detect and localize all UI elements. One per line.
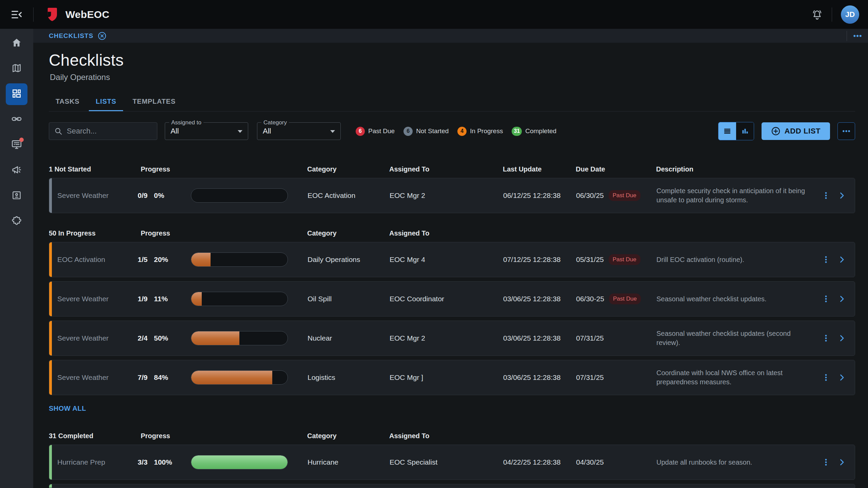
close-circle-icon[interactable] [97, 31, 107, 41]
sidebar-item-message-center[interactable] [6, 134, 27, 156]
row-status-accent [49, 445, 52, 480]
category-select[interactable]: Category All [257, 122, 341, 140]
section-header: 31 CompletedProgressCategoryAssigned To [49, 432, 855, 440]
checklist-row[interactable]: Severe Weather2/450%NuclearEOC Mgr 203/0… [49, 321, 855, 356]
column-header-progress: Progress [141, 432, 307, 440]
sidebar-item-maps[interactable] [6, 58, 27, 80]
row-category: Daily Operations [308, 256, 390, 264]
collapse-menu-icon[interactable] [10, 8, 23, 21]
list-view-button[interactable] [718, 122, 736, 140]
row-kebab-menu-icon[interactable] [817, 373, 834, 382]
row-description: Seasonal weather checklist updates. [656, 294, 809, 304]
row-status-accent [49, 360, 52, 395]
row-progress-percent: 50% [154, 334, 191, 342]
row-kebab-menu-icon[interactable] [817, 191, 834, 200]
row-last-update: 04/22/25 12:28:38 [503, 458, 576, 466]
row-open-chevron-icon[interactable] [834, 294, 849, 304]
tab-templates[interactable]: TEMPLATES [126, 94, 182, 111]
row-status-accent [49, 242, 52, 277]
row-kebab-menu-icon[interactable] [817, 255, 834, 264]
column-header-progress: Progress [141, 229, 307, 237]
row-due-date: 07/31/25 [576, 373, 604, 382]
row-due-date-cell: 04/30/25 [576, 458, 656, 466]
checklist-row[interactable]: Severe Weather7/984%LogisticsEOC Mgr ]03… [49, 360, 855, 395]
search-box[interactable] [49, 122, 157, 140]
column-header-category: Category [307, 432, 389, 440]
sidebar-item-links[interactable] [6, 109, 27, 130]
webeoc-app: WebEOC JD [0, 0, 868, 488]
row-assigned-to: EOC Mgr ] [390, 373, 503, 382]
row-description: Seasonal weather checklist updates (seco… [656, 329, 809, 347]
contacts-badge-icon [11, 190, 22, 202]
show-all-link[interactable]: SHOW ALL [49, 405, 86, 412]
row-status-accent [49, 321, 52, 355]
progress-bar-track [191, 331, 288, 345]
row-description: Update all runbooks for season. [656, 458, 809, 467]
list-view-icon [723, 127, 731, 135]
row-kebab-menu-icon[interactable] [817, 334, 834, 343]
row-assigned-to: EOC Specialist [390, 458, 503, 466]
assigned-to-select[interactable]: Assigned to All [165, 122, 248, 140]
row-open-chevron-icon[interactable] [834, 373, 849, 382]
link-icon [11, 113, 22, 126]
status-count-badge: 4 [457, 127, 467, 136]
section-title: 1 Not Started [49, 165, 141, 173]
sidebar-item-plugins[interactable] [6, 210, 27, 232]
row-due-date-cell: 07/31/25 [576, 373, 656, 382]
past-due-badge: Past Due [609, 190, 640, 201]
notifications-bell-icon[interactable] [811, 9, 823, 20]
tab-tasks[interactable]: TASKS [49, 94, 86, 111]
column-header-assigned-to: Assigned To [389, 165, 503, 173]
user-avatar[interactable]: JD [841, 5, 859, 24]
row-category: Hurricane [308, 458, 390, 466]
row-category: Oil Spill [308, 295, 390, 303]
row-progress-fraction: 1/5 [138, 256, 154, 264]
row-kebab-menu-icon[interactable] [817, 458, 834, 467]
row-kebab-menu-icon[interactable] [817, 294, 834, 303]
progress-bar-fill [191, 331, 239, 345]
row-progress-bar-wrap [191, 252, 308, 267]
row-category: Nuclear [308, 334, 390, 342]
map-icon [11, 63, 22, 75]
checklist-row[interactable]: Severe Weather1/911%Oil SpillEOC Coordin… [49, 281, 855, 317]
row-name: Severe Weather [57, 295, 138, 303]
strip-divider [847, 31, 847, 41]
checklist-row[interactable]: EOC Activation1/520%Daily OperationsEOC … [49, 242, 855, 277]
chart-view-button[interactable] [736, 122, 754, 140]
row-open-chevron-icon[interactable] [834, 458, 849, 467]
sidebar-item-home[interactable] [6, 33, 27, 54]
search-input[interactable] [67, 127, 148, 136]
tab-bar: TASKS LISTS TEMPLATES [49, 94, 855, 111]
row-progress-fraction: 1/9 [138, 295, 154, 303]
progress-bar-track [191, 292, 288, 306]
toolbar-more-button[interactable] [837, 122, 855, 140]
strip-more-icon[interactable] [852, 31, 863, 41]
breadcrumb[interactable]: CHECKLISTS [49, 31, 107, 41]
row-progress-fraction: 2/4 [138, 334, 154, 342]
checklist-row[interactable]: Hurricane Prep3/3100%HurricaneEOC Specia… [49, 445, 855, 480]
tab-lists[interactable]: LISTS [89, 94, 123, 111]
progress-bar-fill [191, 253, 211, 266]
row-description: Complete security check in anticipation … [656, 186, 809, 205]
row-category: EOC Activation [308, 191, 390, 200]
row-name: EOC Activation [57, 256, 138, 264]
progress-bar-track [191, 370, 288, 385]
row-open-chevron-icon[interactable] [834, 191, 849, 200]
column-header-due-date: Due Date [576, 165, 656, 173]
checklist-row[interactable]: Severe Weather0/90%EOC ActivationEOC Mgr… [49, 178, 855, 213]
row-last-update: 06/12/25 12:28:38 [503, 191, 576, 200]
status-count-badge: 6 [356, 127, 365, 136]
row-open-chevron-icon[interactable] [834, 255, 849, 264]
row-progress-fraction: 7/9 [138, 373, 154, 382]
row-open-chevron-icon[interactable] [834, 333, 849, 343]
row-category: Logistics [308, 373, 390, 382]
sidebar-item-contacts[interactable] [6, 185, 27, 207]
row-due-date-cell: 06/30-25Past Due [576, 293, 656, 304]
add-list-label: ADD LIST [785, 127, 821, 136]
plugins-puzzle-icon [11, 215, 22, 227]
sidebar-item-announcements[interactable] [6, 160, 27, 181]
checklist-row-partial[interactable] [49, 484, 855, 488]
plus-circle-icon [771, 126, 781, 136]
sidebar-item-boards[interactable] [6, 83, 27, 105]
add-list-button[interactable]: ADD LIST [762, 122, 830, 140]
